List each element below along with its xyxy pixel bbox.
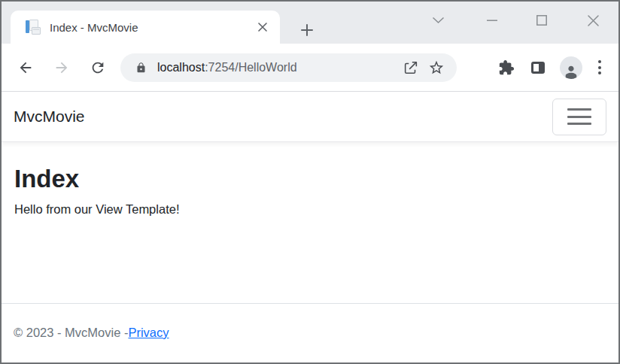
browser-window: Index - MvcMovie	[0, 0, 620, 364]
page-message: Hello from our View Template!	[14, 202, 606, 217]
side-panel-icon[interactable]	[525, 55, 551, 80]
new-tab-button[interactable]	[296, 20, 318, 41]
navbar-toggler-button[interactable]	[552, 99, 606, 135]
url-text: localhost:7254/HelloWorld	[157, 61, 398, 74]
copyright-text: © 2023 - MvcMovie -	[14, 326, 128, 340]
browser-tab[interactable]: Index - MvcMovie	[11, 11, 280, 44]
browser-toolbar: localhost:7254/HelloWorld	[2, 44, 618, 92]
navbar-brand-link[interactable]: MvcMovie	[14, 108, 85, 126]
tab-title: Index - MvcMovie	[50, 21, 254, 34]
site-footer: © 2023 - MvcMovie - Privacy	[2, 303, 618, 362]
toolbar-right-icons	[485, 55, 608, 80]
site-navbar: MvcMovie	[2, 92, 618, 142]
hamburger-icon	[567, 108, 591, 111]
tab-close-icon[interactable]	[254, 19, 271, 35]
extensions-puzzle-icon[interactable]	[494, 55, 519, 80]
web-page: MvcMovie Index Hello from our View Templ…	[2, 92, 618, 362]
window-minimize-button[interactable]	[482, 12, 502, 29]
lock-icon[interactable]	[135, 62, 147, 74]
main-content: Index Hello from our View Template!	[2, 142, 618, 217]
url-host: localhost	[157, 61, 205, 74]
url-path: :7254/HelloWorld	[205, 61, 296, 74]
back-icon[interactable]	[11, 53, 41, 83]
forward-icon[interactable]	[47, 53, 77, 83]
address-bar[interactable]: localhost:7254/HelloWorld	[120, 53, 457, 82]
reload-icon[interactable]	[83, 53, 113, 83]
privacy-link[interactable]: Privacy	[128, 326, 169, 340]
tab-search-chevron-icon[interactable]	[428, 12, 448, 29]
window-maximize-button[interactable]	[532, 12, 552, 29]
favicon-document-icon	[26, 20, 41, 35]
share-icon[interactable]	[398, 55, 424, 80]
page-title: Index	[14, 165, 606, 193]
window-close-button[interactable]	[583, 12, 603, 29]
tab-strip: Index - MvcMovie	[2, 2, 618, 44]
profile-avatar[interactable]	[560, 56, 582, 79]
bookmark-star-icon[interactable]	[424, 55, 449, 80]
browser-menu-icon[interactable]	[591, 59, 608, 77]
